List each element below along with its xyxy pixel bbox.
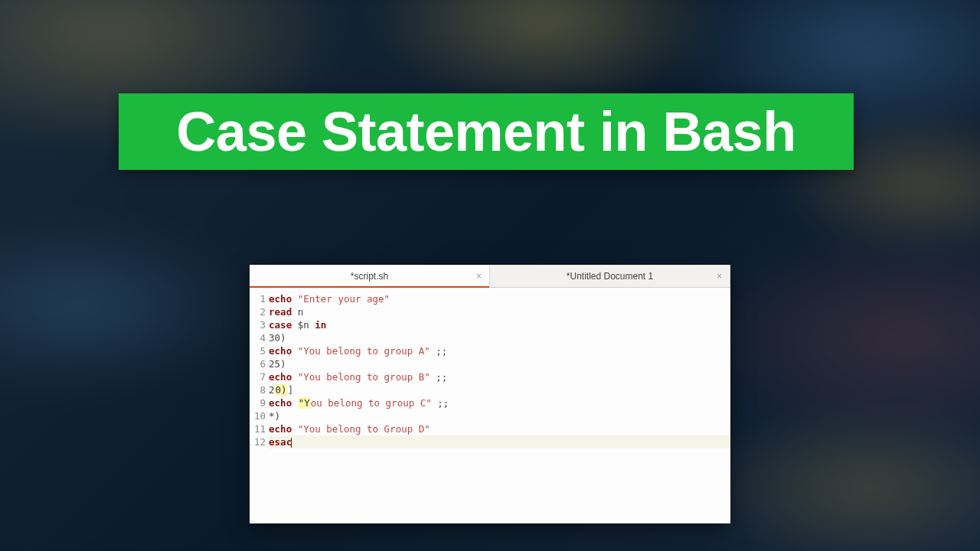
tab-label: *Untitled Document 1 bbox=[567, 271, 653, 282]
code-line[interactable]: echo "You belong to group C" ;; bbox=[269, 396, 730, 409]
code-area[interactable]: 123456789101112 echo "Enter your age"rea… bbox=[250, 288, 730, 523]
line-number-gutter: 123456789101112 bbox=[250, 288, 269, 523]
code-line[interactable]: esac bbox=[269, 435, 730, 448]
line-number: 3 bbox=[254, 318, 266, 331]
tab-label: *script.sh bbox=[351, 271, 388, 282]
close-icon[interactable]: × bbox=[717, 271, 722, 282]
tab-untitled-document[interactable]: *Untitled Document 1 × bbox=[490, 265, 730, 287]
code-line[interactable]: 25) bbox=[269, 357, 730, 370]
title-text: Case Statement in Bash bbox=[176, 100, 795, 163]
line-number: 12 bbox=[254, 435, 266, 448]
code-line[interactable]: echo "You belong to group B" ;; bbox=[269, 370, 730, 383]
code-line[interactable]: read n bbox=[269, 305, 730, 318]
title-banner: Case Statement in Bash bbox=[119, 93, 854, 170]
line-number: 4 bbox=[254, 331, 266, 344]
code-line[interactable]: echo "You belong to group A" ;; bbox=[269, 344, 730, 357]
code-line[interactable]: 30) bbox=[269, 331, 730, 344]
code-line[interactable]: *) bbox=[269, 409, 730, 422]
line-number: 9 bbox=[254, 396, 266, 409]
line-number: 2 bbox=[254, 305, 266, 318]
code-content[interactable]: echo "Enter your age"read ncase $n in30)… bbox=[269, 288, 730, 523]
line-number: 5 bbox=[254, 344, 266, 357]
line-number: 1 bbox=[254, 292, 266, 305]
text-editor-window: *script.sh × *Untitled Document 1 × 1234… bbox=[250, 265, 730, 523]
line-number: 7 bbox=[254, 370, 266, 383]
line-number: 10 bbox=[254, 409, 266, 422]
close-icon[interactable]: × bbox=[476, 271, 482, 282]
line-number: 8 bbox=[254, 383, 266, 396]
tab-script-sh[interactable]: *script.sh × bbox=[250, 265, 490, 287]
code-line[interactable]: echo "You belong to Group D" bbox=[269, 422, 730, 435]
line-number: 6 bbox=[254, 357, 266, 370]
line-number: 11 bbox=[254, 422, 266, 435]
code-line[interactable]: 20)] bbox=[269, 383, 730, 396]
code-line[interactable]: case $n in bbox=[269, 318, 730, 331]
tab-bar: *script.sh × *Untitled Document 1 × bbox=[250, 265, 730, 288]
code-line[interactable]: echo "Enter your age" bbox=[269, 292, 730, 305]
